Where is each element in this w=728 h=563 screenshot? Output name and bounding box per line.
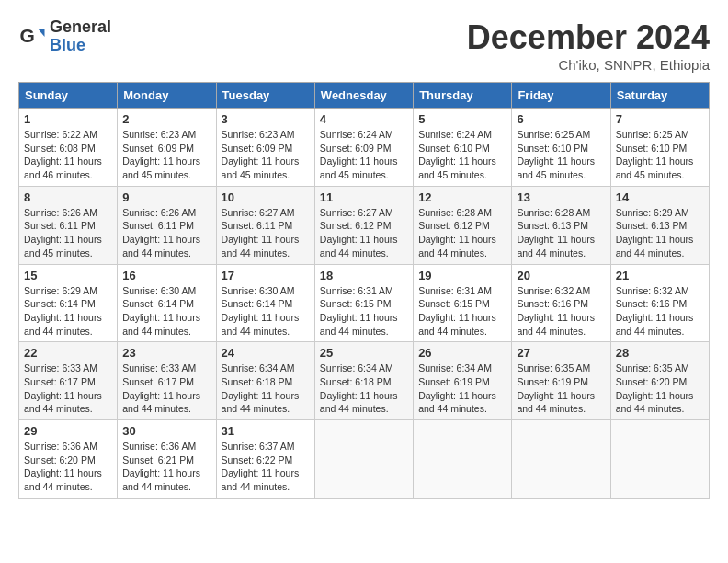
calendar-week-row: 15Sunrise: 6:29 AMSunset: 6:14 PMDayligh… bbox=[19, 264, 710, 342]
calendar-header-row: SundayMondayTuesdayWednesdayThursdayFrid… bbox=[19, 83, 710, 109]
svg-marker-1 bbox=[38, 29, 45, 37]
calendar-day-header: Tuesday bbox=[216, 83, 314, 109]
calendar-cell: 30Sunrise: 6:36 AMSunset: 6:21 PMDayligh… bbox=[118, 420, 216, 499]
calendar-cell: 28Sunrise: 6:35 AMSunset: 6:20 PMDayligh… bbox=[610, 342, 709, 420]
calendar-cell: 9Sunrise: 6:26 AMSunset: 6:11 PMDaylight… bbox=[118, 186, 216, 264]
calendar-day-header: Sunday bbox=[19, 83, 118, 109]
logo-icon: G bbox=[18, 23, 46, 51]
calendar-cell: 6Sunrise: 6:25 AMSunset: 6:10 PMDaylight… bbox=[512, 109, 610, 187]
calendar-cell: 19Sunrise: 6:31 AMSunset: 6:15 PMDayligh… bbox=[414, 264, 512, 342]
day-number: 2 bbox=[122, 112, 210, 126]
day-number: 3 bbox=[222, 112, 310, 126]
calendar-cell: 29Sunrise: 6:36 AMSunset: 6:20 PMDayligh… bbox=[19, 420, 118, 499]
day-info: Sunrise: 6:35 AMSunset: 6:19 PMDaylight:… bbox=[517, 362, 605, 416]
calendar-table: SundayMondayTuesdayWednesdayThursdayFrid… bbox=[18, 82, 710, 499]
calendar-day-header: Monday bbox=[118, 83, 216, 109]
calendar-cell: 5Sunrise: 6:24 AMSunset: 6:10 PMDaylight… bbox=[414, 109, 512, 187]
day-info: Sunrise: 6:28 AMSunset: 6:12 PMDaylight:… bbox=[418, 206, 506, 260]
calendar-cell: 10Sunrise: 6:27 AMSunset: 6:11 PMDayligh… bbox=[216, 186, 314, 264]
calendar-cell: 17Sunrise: 6:30 AMSunset: 6:14 PMDayligh… bbox=[216, 264, 314, 342]
day-info: Sunrise: 6:32 AMSunset: 6:16 PMDaylight:… bbox=[517, 284, 605, 339]
calendar-cell: 16Sunrise: 6:30 AMSunset: 6:14 PMDayligh… bbox=[118, 264, 216, 342]
day-info: Sunrise: 6:24 AMSunset: 6:09 PMDaylight:… bbox=[320, 128, 408, 182]
calendar-cell: 24Sunrise: 6:34 AMSunset: 6:18 PMDayligh… bbox=[216, 342, 314, 420]
location: Ch'iko, SNNPR, Ethiopia bbox=[467, 57, 710, 73]
day-number: 29 bbox=[24, 424, 112, 438]
calendar-week-row: 1Sunrise: 6:22 AMSunset: 6:08 PMDaylight… bbox=[19, 109, 710, 187]
calendar-cell: 12Sunrise: 6:28 AMSunset: 6:12 PMDayligh… bbox=[414, 186, 512, 264]
calendar-cell: 26Sunrise: 6:34 AMSunset: 6:19 PMDayligh… bbox=[414, 342, 512, 420]
calendar-week-row: 29Sunrise: 6:36 AMSunset: 6:20 PMDayligh… bbox=[19, 420, 710, 499]
day-info: Sunrise: 6:26 AMSunset: 6:11 PMDaylight:… bbox=[122, 206, 210, 260]
day-number: 8 bbox=[24, 190, 112, 204]
calendar-cell bbox=[414, 420, 512, 499]
logo-general: General bbox=[50, 18, 111, 37]
day-info: Sunrise: 6:34 AMSunset: 6:18 PMDaylight:… bbox=[320, 362, 408, 416]
day-info: Sunrise: 6:34 AMSunset: 6:19 PMDaylight:… bbox=[418, 362, 506, 416]
day-info: Sunrise: 6:35 AMSunset: 6:20 PMDaylight:… bbox=[616, 362, 704, 416]
day-number: 31 bbox=[222, 424, 310, 438]
calendar-cell: 3Sunrise: 6:23 AMSunset: 6:09 PMDaylight… bbox=[216, 109, 314, 187]
calendar-cell: 23Sunrise: 6:33 AMSunset: 6:17 PMDayligh… bbox=[118, 342, 216, 420]
day-number: 11 bbox=[320, 190, 408, 204]
day-number: 7 bbox=[616, 112, 704, 126]
page-header: G General Blue December 2024 Ch'iko, SNN… bbox=[18, 18, 710, 73]
day-info: Sunrise: 6:23 AMSunset: 6:09 PMDaylight:… bbox=[122, 128, 210, 182]
day-number: 19 bbox=[418, 269, 506, 282]
day-number: 26 bbox=[418, 346, 506, 360]
day-number: 23 bbox=[122, 346, 210, 360]
day-number: 24 bbox=[222, 346, 310, 360]
day-info: Sunrise: 6:30 AMSunset: 6:14 PMDaylight:… bbox=[122, 284, 210, 339]
day-info: Sunrise: 6:37 AMSunset: 6:22 PMDaylight:… bbox=[222, 440, 310, 494]
logo-text: General Blue bbox=[50, 18, 111, 55]
calendar-cell: 7Sunrise: 6:25 AMSunset: 6:10 PMDaylight… bbox=[610, 109, 709, 187]
calendar-cell: 15Sunrise: 6:29 AMSunset: 6:14 PMDayligh… bbox=[19, 264, 118, 342]
day-number: 21 bbox=[616, 269, 704, 282]
day-number: 16 bbox=[122, 269, 210, 282]
day-info: Sunrise: 6:24 AMSunset: 6:10 PMDaylight:… bbox=[418, 128, 506, 182]
day-number: 5 bbox=[418, 112, 506, 126]
day-number: 15 bbox=[24, 269, 112, 282]
calendar-cell: 21Sunrise: 6:32 AMSunset: 6:16 PMDayligh… bbox=[610, 264, 709, 342]
day-info: Sunrise: 6:32 AMSunset: 6:16 PMDaylight:… bbox=[616, 284, 704, 339]
logo-blue: Blue bbox=[50, 37, 111, 55]
calendar-cell: 25Sunrise: 6:34 AMSunset: 6:18 PMDayligh… bbox=[314, 342, 413, 420]
day-number: 27 bbox=[517, 346, 605, 360]
title-block: December 2024 Ch'iko, SNNPR, Ethiopia bbox=[467, 18, 710, 73]
day-info: Sunrise: 6:29 AMSunset: 6:14 PMDaylight:… bbox=[24, 284, 112, 339]
day-info: Sunrise: 6:23 AMSunset: 6:09 PMDaylight:… bbox=[222, 128, 310, 182]
day-number: 13 bbox=[517, 190, 605, 204]
day-info: Sunrise: 6:31 AMSunset: 6:15 PMDaylight:… bbox=[320, 284, 408, 339]
calendar-cell: 13Sunrise: 6:28 AMSunset: 6:13 PMDayligh… bbox=[512, 186, 610, 264]
day-number: 22 bbox=[24, 346, 112, 360]
day-number: 14 bbox=[616, 190, 704, 204]
calendar-cell: 1Sunrise: 6:22 AMSunset: 6:08 PMDaylight… bbox=[19, 109, 118, 187]
day-number: 20 bbox=[517, 269, 605, 282]
calendar-cell: 14Sunrise: 6:29 AMSunset: 6:13 PMDayligh… bbox=[610, 186, 709, 264]
day-info: Sunrise: 6:34 AMSunset: 6:18 PMDaylight:… bbox=[222, 362, 310, 416]
calendar-cell: 27Sunrise: 6:35 AMSunset: 6:19 PMDayligh… bbox=[512, 342, 610, 420]
day-number: 30 bbox=[122, 424, 210, 438]
calendar-cell bbox=[512, 420, 610, 499]
day-number: 28 bbox=[616, 346, 704, 360]
calendar-cell bbox=[610, 420, 709, 499]
calendar-cell: 18Sunrise: 6:31 AMSunset: 6:15 PMDayligh… bbox=[314, 264, 413, 342]
day-number: 18 bbox=[320, 269, 408, 282]
calendar-cell: 20Sunrise: 6:32 AMSunset: 6:16 PMDayligh… bbox=[512, 264, 610, 342]
calendar-day-header: Wednesday bbox=[314, 83, 413, 109]
calendar-day-header: Saturday bbox=[610, 83, 709, 109]
calendar-cell: 11Sunrise: 6:27 AMSunset: 6:12 PMDayligh… bbox=[314, 186, 413, 264]
day-number: 9 bbox=[122, 190, 210, 204]
calendar-cell: 2Sunrise: 6:23 AMSunset: 6:09 PMDaylight… bbox=[118, 109, 216, 187]
day-number: 17 bbox=[222, 269, 310, 282]
calendar-day-header: Friday bbox=[512, 83, 610, 109]
day-number: 1 bbox=[24, 112, 112, 126]
day-info: Sunrise: 6:36 AMSunset: 6:21 PMDaylight:… bbox=[122, 440, 210, 494]
day-info: Sunrise: 6:27 AMSunset: 6:11 PMDaylight:… bbox=[222, 206, 310, 260]
day-number: 10 bbox=[222, 190, 310, 204]
svg-text:G: G bbox=[20, 25, 35, 46]
day-info: Sunrise: 6:25 AMSunset: 6:10 PMDaylight:… bbox=[616, 128, 704, 182]
day-info: Sunrise: 6:33 AMSunset: 6:17 PMDaylight:… bbox=[122, 362, 210, 416]
month-title: December 2024 bbox=[467, 18, 710, 57]
day-number: 6 bbox=[517, 112, 605, 126]
